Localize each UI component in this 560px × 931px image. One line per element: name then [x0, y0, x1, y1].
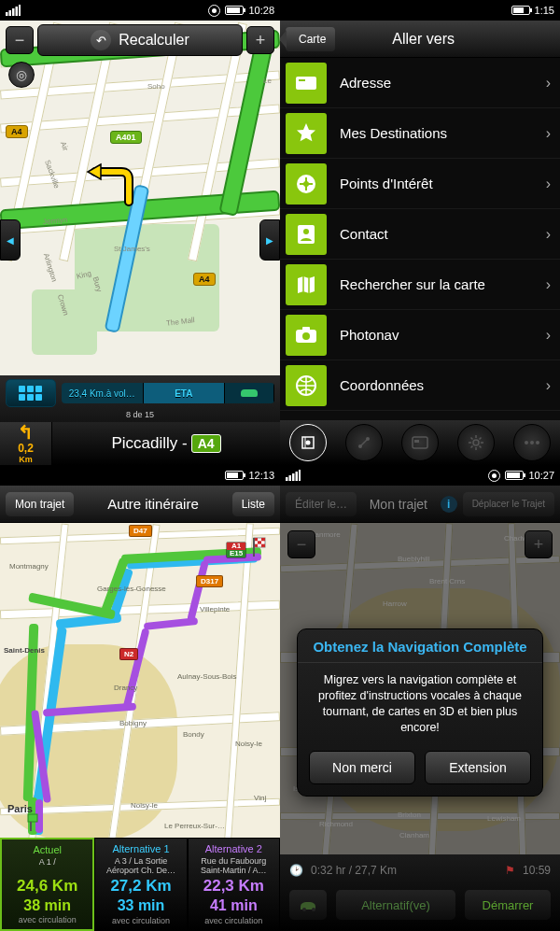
svg-point-27 [525, 441, 528, 444]
menu-item-poi[interactable]: Points d'Intérêt › [280, 159, 560, 209]
svg-point-14 [303, 181, 309, 187]
svg-rect-10 [35, 394, 42, 401]
menu-item-search-map[interactable]: Rechercher sur la carte › [280, 260, 560, 310]
turn-distance: 0,2 [18, 442, 34, 455]
chevron-right-icon: › [546, 327, 551, 344]
menu-label: Photonav [340, 327, 537, 343]
svg-rect-9 [27, 394, 34, 401]
signal-icon [286, 470, 301, 481]
flag-icon: ⚑ [505, 864, 515, 877]
chevron-right-icon: › [546, 276, 551, 293]
menu-label: Contact [340, 226, 537, 242]
back-button[interactable]: Carte [286, 27, 335, 51]
menu-item-coordinates[interactable]: Coordonnées › [280, 360, 560, 411]
menu-label: Rechercher sur la carte [340, 276, 537, 292]
map-label: Arlington [42, 252, 59, 283]
goto-tab-button[interactable] [289, 424, 327, 461]
menu-item-address[interactable]: Adresse › [280, 58, 560, 108]
status-bar: 10:27 [280, 465, 560, 486]
turn-indicator[interactable]: ↰ 0,2 Km [0, 422, 52, 465]
status-bar: 1:15 [280, 0, 560, 21]
dialog-no-button[interactable]: Non merci [309, 751, 415, 784]
info-pillbox[interactable]: 23,4 Km.à vol… ETA [62, 383, 274, 403]
prev-step-button[interactable]: ◀ [0, 219, 21, 261]
move-trip-button[interactable]: Déplacer le Trajet [463, 492, 554, 516]
vehicle-pill[interactable] [225, 383, 274, 403]
menu-item-my-destinations[interactable]: Mes Destinations › [280, 108, 560, 159]
my-trip-button[interactable]: Mon trajet [6, 492, 74, 516]
clock-icon: 🕑 [289, 864, 303, 877]
list-button[interactable]: Liste [232, 492, 274, 516]
svg-rect-31 [30, 822, 32, 831]
road-shield-d47: D47 [129, 525, 152, 537]
eta-pill[interactable]: ETA [144, 383, 226, 403]
svg-rect-38 [253, 538, 255, 557]
globe-icon [286, 365, 327, 406]
zoom-in-button[interactable]: + [246, 26, 274, 54]
vehicle-button[interactable] [289, 890, 327, 920]
status-time: 12:13 [248, 470, 274, 481]
status-time: 10:27 [528, 470, 554, 481]
info-icon[interactable]: i [441, 496, 457, 513]
screen-alt-routes: 12:13 Mon trajet Autre itinéraire Liste [0, 465, 280, 931]
card-tab-button[interactable] [401, 424, 439, 461]
menu-item-photonav[interactable]: Photonav › [280, 310, 560, 360]
recalculate-label: Recalculer [119, 32, 189, 49]
record-icon [208, 5, 220, 17]
route-alt2[interactable]: Alternative 2 Rue du Faubourg Saint-Mart… [188, 838, 280, 931]
zoom-out-button[interactable]: − [6, 26, 34, 54]
menu-item-contact[interactable]: Contact › [280, 209, 560, 260]
svg-point-26 [473, 440, 479, 445]
svg-rect-6 [27, 386, 34, 392]
road-shield-a1e15: A1E15 [226, 542, 246, 558]
zoom-in-button[interactable]: + [525, 530, 553, 558]
svg-rect-3 [16, 7, 19, 16]
map-label: Air [59, 140, 70, 151]
contact-icon [286, 214, 327, 255]
recalculate-button[interactable]: ↶ Recalculer [37, 24, 243, 56]
step-counter: 8 de 15 [0, 409, 280, 422]
route-alternatives: Actuel A 1 / 24,6 Km 38 min avec circula… [0, 838, 280, 931]
more-tab-button[interactable] [513, 424, 551, 461]
chevron-right-icon: › [546, 75, 551, 92]
map-canvas[interactable]: D47 A1E15 D317 N2 Montmagny Garges-lès-G… [0, 523, 280, 838]
route-actuel[interactable]: Actuel A 1 / 24,6 Km 38 min avec circula… [0, 838, 94, 931]
svg-point-29 [536, 441, 539, 444]
battery-icon [505, 471, 524, 480]
road-shield-a4-2: A4 [193, 273, 216, 286]
bottom-toolbar [280, 420, 560, 465]
alt-route-button[interactable]: Alternatif(ve) [336, 890, 455, 920]
distance-pill[interactable]: 23,4 Km.à vol… [62, 383, 144, 403]
time-distance: 0:32 hr / 27,7 Km [311, 864, 397, 877]
svg-rect-35 [258, 541, 261, 543]
svg-rect-43 [299, 470, 301, 481]
dialog-yes-button[interactable]: Extension [425, 751, 531, 784]
svg-rect-4 [19, 5, 21, 16]
svg-rect-7 [35, 386, 42, 392]
car-icon [241, 389, 258, 397]
svg-point-21 [306, 441, 311, 445]
compass-button[interactable]: ◎ [8, 62, 35, 88]
header: Carte Aller vers [280, 21, 560, 58]
zoom-out-button[interactable]: − [287, 530, 315, 558]
current-street: Piccadilly - A4 [52, 434, 280, 453]
svg-rect-25 [414, 440, 419, 443]
start-button[interactable]: Démarrer [465, 890, 551, 920]
turn-arrow-icon: ↰ [18, 423, 34, 442]
address-icon [286, 63, 327, 104]
svg-rect-2 [12, 8, 15, 16]
record-icon [488, 470, 500, 482]
settings-tab-button[interactable] [457, 424, 495, 461]
next-step-button[interactable]: ▶ [259, 219, 280, 261]
svg-rect-40 [289, 475, 292, 481]
bottom-panel: 🕑 0:32 hr / 27,7 Km ⚑ 10:59 Alternatif(v… [280, 854, 560, 931]
edit-button[interactable]: Éditer le… [286, 492, 357, 516]
dialog-body: Migrez vers la navigation complète et pr… [298, 663, 542, 745]
route-alt1[interactable]: Alternative 1 A 3 / La Sortie Aéroport C… [94, 838, 187, 931]
road-shield-d317: D317 [196, 575, 223, 587]
menu-grid-button[interactable] [6, 379, 56, 407]
menu-label: Mes Destinations [340, 125, 537, 141]
svg-point-28 [530, 441, 534, 444]
waypoint-tab-button[interactable] [345, 424, 383, 461]
chevron-right-icon: › [546, 377, 551, 394]
